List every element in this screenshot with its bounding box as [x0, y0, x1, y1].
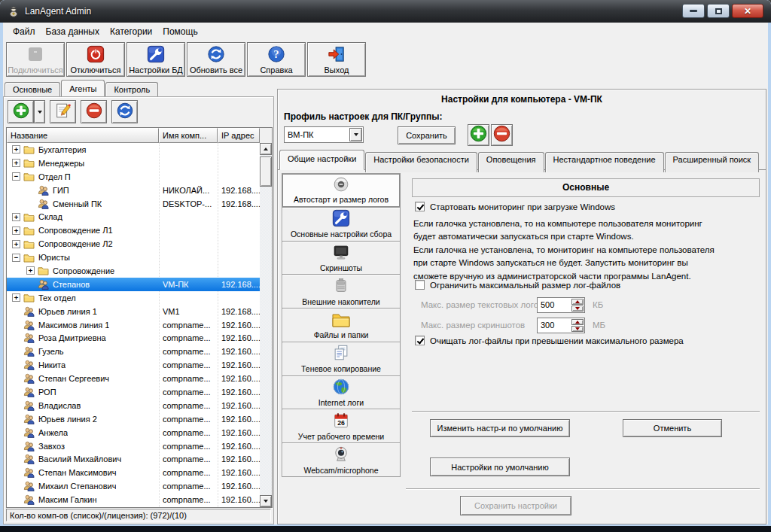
category-internet-logs[interactable]: Internet логи	[282, 376, 400, 410]
tree-row[interactable]: Сменный ПКDESKTOP-...192.168....	[7, 197, 260, 211]
tree-row[interactable]: Юрьев линия 1VM1192.168....	[7, 305, 260, 318]
menu-categories[interactable]: Категории	[105, 24, 157, 39]
expand-icon[interactable]: +	[12, 293, 20, 302]
refresh-all-button[interactable]: Обновить все	[187, 42, 245, 77]
tree-row[interactable]: +Бухгалтерия	[7, 143, 260, 157]
collapse-icon[interactable]: −	[12, 172, 20, 181]
expand-icon[interactable]: +	[12, 159, 20, 167]
category-work-time[interactable]: 26 Учет рабочего времени	[282, 409, 400, 443]
remove-computer-button[interactable]	[81, 100, 107, 123]
tab-nonstandard-behavior[interactable]: Нестандартное поведение	[545, 152, 664, 172]
column-header-ip[interactable]: IP адрес	[218, 128, 260, 143]
column-header-computer[interactable]: Имя комп...	[159, 128, 218, 143]
expand-icon[interactable]: +	[12, 226, 20, 235]
collapse-icon[interactable]: −	[12, 254, 20, 262]
category-files-folders[interactable]: Файлы и папки	[282, 309, 400, 342]
refresh-tree-button[interactable]	[111, 100, 138, 123]
minimize-button[interactable]	[682, 4, 705, 18]
add-icon	[12, 102, 30, 123]
tree-row[interactable]: РОПcompname...192.160....	[7, 385, 260, 399]
checkbox-checked-icon[interactable]	[415, 336, 425, 345]
tree-row[interactable]: Максим Галкинcompname...192.160....	[7, 493, 260, 506]
maximize-button[interactable]	[707, 4, 730, 18]
change-defaults-button[interactable]: Изменить настр-и по умолчанию	[430, 419, 570, 437]
db-settings-button[interactable]: Настройки БД	[126, 42, 185, 77]
tree-row[interactable]: +Сопровождение	[7, 264, 260, 278]
text-logs-value[interactable]: 500	[538, 298, 571, 312]
checkbox-unchecked-icon[interactable]	[415, 280, 425, 290]
expand-icon[interactable]: +	[26, 266, 35, 275]
combo-dropdown-button[interactable]	[349, 128, 362, 141]
tree-row[interactable]: +Тех отдел	[7, 291, 260, 305]
menu-file[interactable]: Файл	[8, 24, 41, 39]
expand-icon[interactable]: +	[12, 213, 20, 221]
screenshots-value[interactable]: 300	[538, 318, 571, 333]
add-profile-button[interactable]	[468, 124, 489, 146]
tab-advanced-search[interactable]: Расширенный поиск	[665, 152, 760, 172]
tree-scrollbar[interactable]	[260, 143, 272, 507]
tree-row[interactable]: −Отдел П	[7, 170, 260, 184]
tree-row[interactable]: Завхозcompname...192.160....	[7, 439, 260, 453]
spin-up-button[interactable]	[571, 319, 584, 325]
computer-name: ГИП	[53, 186, 69, 195]
tree-row[interactable]: −Юристы	[7, 251, 260, 264]
disconnect-button[interactable]: Отключиться	[66, 42, 125, 77]
checkbox-checked-icon[interactable]	[415, 202, 425, 211]
add-dropdown-button[interactable]	[34, 100, 45, 123]
category-webcam[interactable]: Webcam/microphone	[282, 443, 400, 476]
text-logs-spinner[interactable]: 500	[537, 297, 585, 313]
scroll-up-button[interactable]	[260, 143, 272, 155]
spin-up-button[interactable]	[571, 299, 584, 305]
defaults-button[interactable]: Настройки по умолчанию	[430, 458, 570, 476]
tree-row[interactable]: Юрьев линия 2compname...192.160....	[7, 412, 260, 426]
menu-database[interactable]: База данных	[41, 24, 105, 39]
tree-row[interactable]: ГИПНИКОЛАЙ...192.168....	[7, 184, 260, 197]
tree-row[interactable]: +Склад	[7, 210, 260, 223]
column-header-name[interactable]: Название	[7, 128, 159, 143]
tree-row[interactable]: Никитаcompname...192.160....	[7, 358, 260, 372]
autostart-checkbox-row[interactable]: Стартовать мониторинг при загрузке Windo…	[415, 202, 615, 211]
tab-alerts[interactable]: Оповещения	[478, 152, 544, 172]
help-button[interactable]: ? Справка	[247, 42, 306, 77]
category-shadow-copy[interactable]: Теневое копирование	[282, 342, 400, 376]
remove-profile-button[interactable]	[491, 124, 513, 146]
category-screenshots[interactable]: Скриншоты	[282, 242, 400, 275]
menu-help[interactable]: Помощь	[157, 24, 203, 39]
tree-row[interactable]: +Менеджеры	[7, 157, 260, 170]
tree-row[interactable]: Михаил Степановичcompname...192.160....	[7, 479, 260, 493]
category-autostart[interactable]: Автостарт и размер логов	[282, 174, 400, 208]
tab-agents[interactable]: Агенты	[61, 80, 105, 96]
tree-row[interactable]: Роза Дмитриевнаcompname...192.160....	[7, 331, 260, 345]
limit-checkbox-row[interactable]: Ограничить максимальный размер лог-файло…	[415, 280, 620, 290]
tab-general-settings[interactable]: Общие настройки	[279, 150, 364, 170]
close-button[interactable]: ✕	[732, 4, 763, 18]
expand-icon[interactable]: +	[12, 240, 20, 248]
edit-button[interactable]	[50, 100, 76, 123]
scroll-thumb[interactable]	[260, 157, 272, 187]
tree-row[interactable]: Владиславcompname...192.160....	[7, 399, 260, 412]
tree-row[interactable]: СтепановVM-ПК192.168....	[7, 278, 260, 291]
scroll-down-button[interactable]	[260, 495, 272, 507]
tab-security-settings[interactable]: Настройки безопасности	[365, 152, 477, 172]
tree-row[interactable]: +Сопровождение Л1	[7, 223, 260, 237]
spin-down-button[interactable]	[571, 306, 584, 312]
save-profile-button[interactable]: Сохранить	[398, 126, 456, 144]
tree-row[interactable]: +Сопровождение Л2	[7, 237, 260, 251]
tree-row[interactable]: Анжелаcompname...192.160....	[7, 426, 260, 439]
category-collection-settings[interactable]: Основные настройки сбора	[282, 208, 400, 242]
profile-combobox[interactable]: ВМ-ПК	[284, 126, 364, 143]
screenshots-spinner[interactable]: 300	[537, 318, 585, 333]
tree-row[interactable]: Максимов линия 1compname...192.160....	[7, 318, 260, 332]
expand-icon[interactable]: +	[12, 145, 20, 154]
cancel-button[interactable]: Отменить	[623, 419, 722, 437]
add-computer-button[interactable]	[8, 100, 34, 123]
exit-button[interactable]: Выход	[307, 42, 366, 77]
spin-down-button[interactable]	[571, 326, 584, 332]
tree-row[interactable]: Степан Сергеевичcompname...192.160....	[7, 372, 260, 385]
clear-logs-checkbox-row[interactable]: Очищать лог-файлы при превышении максима…	[415, 336, 684, 345]
tree-row[interactable]: Василий Михайловичcompname...192.160....	[7, 452, 260, 466]
tree-row[interactable]: Степан Максимовичcompname...192.160....	[7, 466, 260, 479]
users-icon	[38, 279, 50, 290]
category-external-drives[interactable]: Внешние накопители	[282, 275, 400, 309]
tree-row[interactable]: Гузельcompname...192.160....	[7, 345, 260, 358]
